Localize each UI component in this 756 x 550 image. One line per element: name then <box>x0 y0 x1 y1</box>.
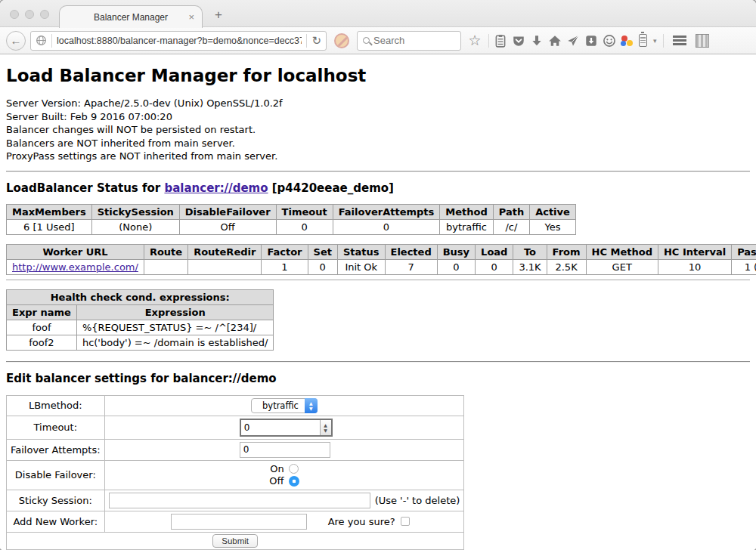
cell-stickysession: (None) <box>91 219 179 234</box>
table-row: 6 [1 Used] (None) Off 0 0 bytraffic /c/ … <box>7 219 576 234</box>
server-version: Server Version: Apache/2.5.0-dev (Unix) … <box>6 97 750 110</box>
chevron-down-icon[interactable]: ▾ <box>653 37 657 45</box>
cell-active: Yes <box>530 219 576 234</box>
page-title: Load Balancer Manager for localhost <box>6 66 750 85</box>
select-stepper-icon: ▲▼ <box>305 398 318 413</box>
new-worker-input[interactable] <box>171 514 307 530</box>
form-row-add-worker: Add New Worker: Are you sure? <box>7 511 464 532</box>
tiles-extension-icon[interactable] <box>696 34 709 48</box>
save-to-device-icon[interactable] <box>584 34 598 48</box>
back-button[interactable]: ← <box>6 31 26 51</box>
lbmethod-select[interactable]: bytraffic ▲▼ <box>251 398 318 413</box>
failover-attempts-input[interactable] <box>240 442 330 458</box>
table-header-row: MaxMembers StickySession DisableFailover… <box>7 204 576 219</box>
sticky-session-input[interactable] <box>109 493 370 508</box>
disable-failover-label: Disable Failover: <box>7 460 105 490</box>
form-row-disable-failover: Disable Failover: On Off <box>7 460 464 490</box>
form-row-timeout: Timeout: ▲▼ <box>7 416 464 439</box>
form-row-failover: Failover Attempts: <box>7 439 464 460</box>
url-text[interactable]: localhost:8880/balancer-manager?b=demo&n… <box>57 36 302 46</box>
edit-settings-heading: Edit balancer settings for balancer://de… <box>6 372 750 385</box>
tab-close-icon[interactable]: × <box>188 11 194 23</box>
edit-balancer-form: LBmethod: bytraffic ▲▼ Timeout: ▲▼ <box>6 395 464 550</box>
col-path: Path <box>493 204 529 219</box>
url-bar[interactable]: localhost:8880/balancer-manager?b=demo&n… <box>30 31 327 51</box>
col-busy: Busy <box>437 244 475 259</box>
cell-disablefailover: Off <box>179 219 276 234</box>
col-disablefailover: DisableFailover <box>179 204 276 219</box>
reload-icon[interactable]: ↻ <box>311 34 321 48</box>
worker-table: Worker URL Route RouteRedir Factor Set S… <box>6 244 756 275</box>
cell-hc-interval: 10 <box>658 259 731 274</box>
col-failoverattempts: FailoverAttempts <box>333 204 440 219</box>
pocket-icon[interactable] <box>512 34 525 48</box>
send-tab-icon[interactable] <box>566 34 580 48</box>
col-load: Load <box>476 244 513 259</box>
toolbar-divider <box>488 34 489 48</box>
search-input[interactable] <box>373 35 455 46</box>
battery-extension-icon[interactable] <box>639 34 647 47</box>
health-check-table: Health check cond. expressions: Expr nam… <box>6 289 274 351</box>
minimize-window-button[interactable] <box>25 10 34 19</box>
close-window-button[interactable] <box>10 10 19 19</box>
col-passes: Passes <box>732 244 756 259</box>
cell-from: 2.5K <box>547 259 586 274</box>
cell-expression: %{REQUEST_STATUS} =~ /^[234]/ <box>76 320 274 335</box>
cell-path: /c/ <box>493 219 529 234</box>
col-hc-method: HC Method <box>586 244 658 259</box>
back-arrow-icon: ← <box>11 34 22 47</box>
cell-route <box>144 259 187 274</box>
sticky-label: Sticky Session: <box>7 490 105 511</box>
radio-off-label: Off <box>269 475 284 487</box>
cell-set: 0 <box>308 259 337 274</box>
radio-off[interactable] <box>289 476 299 487</box>
server-built: Server Built: Feb 9 2016 07:00:20 <box>6 110 750 124</box>
table-row: foof2 hc('body') =~ /domain is establish… <box>7 335 274 350</box>
home-icon[interactable] <box>548 34 562 48</box>
failover-label: Failover Attempts: <box>7 439 105 460</box>
col-timeout: Timeout <box>276 204 333 219</box>
sticky-hint: (Use '-' to delete) <box>375 495 460 506</box>
col-route: Route <box>144 244 187 259</box>
bookmark-star-icon[interactable]: ☆ <box>466 32 484 49</box>
feedback-smiley-icon[interactable] <box>603 34 616 48</box>
radio-on[interactable] <box>289 464 299 474</box>
table-header-row: Expr name Expression <box>7 304 274 320</box>
col-to: To <box>513 244 547 259</box>
cell-factor: 1 <box>262 259 308 274</box>
adblock-icon[interactable] <box>334 33 349 48</box>
downloads-icon[interactable] <box>530 34 544 48</box>
window-controls[interactable] <box>10 10 49 19</box>
submit-button[interactable]: Submit <box>212 534 258 548</box>
cell-load: 0 <box>476 259 513 274</box>
status-heading: LoadBalancer Status for balancer://demo … <box>6 181 750 195</box>
reading-list-icon[interactable] <box>494 34 507 48</box>
new-tab-button[interactable]: + <box>215 8 222 23</box>
col-routeredir: RouteRedir <box>188 244 262 259</box>
lbmethod-selected-value: bytraffic <box>252 400 305 411</box>
cell-method: bytraffic <box>440 219 493 234</box>
divider <box>6 280 750 280</box>
col-from: From <box>547 244 586 259</box>
radio-on-label: On <box>270 463 284 475</box>
menu-icon[interactable] <box>673 36 686 45</box>
number-spinner-icon[interactable]: ▲▼ <box>320 420 331 435</box>
status-heading-prefix: LoadBalancer Status for <box>6 181 164 195</box>
tab-balancer-manager[interactable]: Balancer Manager × <box>59 5 203 28</box>
search-bar[interactable] <box>357 31 461 51</box>
balancer-link[interactable]: balancer://demo <box>164 181 268 195</box>
cell-expr-name: foof2 <box>7 335 77 350</box>
zoom-window-button[interactable] <box>40 10 49 19</box>
worker-url-link[interactable]: http://www.example.com/ <box>12 261 138 273</box>
timeout-input[interactable] <box>241 420 320 435</box>
health-table-title: Health check cond. expressions: <box>7 289 274 304</box>
form-row-submit: Submit <box>7 532 464 549</box>
table-title-row: Health check cond. expressions: <box>7 289 274 304</box>
col-set: Set <box>308 244 337 259</box>
toolbar-divider <box>663 34 664 48</box>
cell-timeout: 0 <box>276 219 333 234</box>
extension-colordots-icon[interactable] <box>621 34 634 48</box>
are-you-sure-label: Are you sure? <box>328 516 395 527</box>
timeout-stepper[interactable]: ▲▼ <box>240 419 333 437</box>
are-you-sure-checkbox[interactable] <box>401 517 410 526</box>
